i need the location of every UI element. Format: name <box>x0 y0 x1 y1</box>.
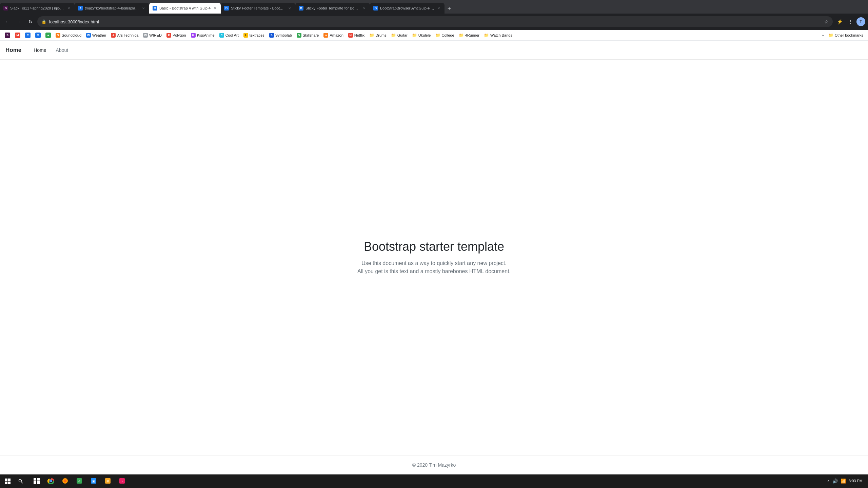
taskbar-time[interactable]: 3:03 PM <box>849 479 863 484</box>
nav-brand[interactable]: Home <box>5 47 21 54</box>
bookmark-bk-college-folder[interactable]: 📁College <box>433 32 456 39</box>
bookmark-bk-drums-folder[interactable]: 📁Drums <box>367 32 388 39</box>
tab-close-icon[interactable]: ✕ <box>287 6 292 11</box>
bookmark-label: College <box>441 33 454 37</box>
bookmark-bk-soundcloud[interactable]: SSoundcloud <box>54 32 83 39</box>
browser-tab-tab6[interactable]: B BootStrapBrowserSyncGulp-Hom... ✕ <box>370 3 445 14</box>
bookmark-favicon: C <box>219 33 224 38</box>
svg-rect-7 <box>37 478 40 481</box>
back-button[interactable]: ← <box>3 17 12 26</box>
taskbar-volume-icon[interactable]: 🔊 <box>832 479 838 484</box>
browser-tab-tab3[interactable]: B Basic - Bootstrap 4 with Gulp 4 ✕ <box>149 3 221 14</box>
bookmark-label: Netflix <box>354 33 365 37</box>
taskbar-tray: ∧ 🔊 📶 3:03 PM <box>824 479 865 484</box>
svg-rect-0 <box>5 479 7 481</box>
bookmark-favicon: K <box>191 33 196 38</box>
forward-button[interactable]: → <box>14 17 24 26</box>
bookmark-bk-kissanime[interactable]: KKissAnime <box>189 32 217 39</box>
browser-menu-button[interactable]: ⋮ <box>846 17 855 26</box>
bookmark-label: Polygon <box>173 33 186 37</box>
bookmark-bk-coolart[interactable]: CCool Art <box>217 32 241 39</box>
bookmark-bk-guitar-folder[interactable]: 📁Guitar <box>389 32 410 39</box>
tab-close-icon[interactable]: ✕ <box>66 6 71 11</box>
tab-close-icon[interactable]: ✕ <box>436 6 441 11</box>
nav-link-nav-about[interactable]: About <box>52 45 73 56</box>
page-content: Home HomeAbout Bootstrap starter templat… <box>0 41 868 474</box>
bookmark-bk-cal[interactable]: C <box>23 32 33 39</box>
bookmark-bk-slack[interactable]: S <box>3 32 12 39</box>
tab-favicon: B <box>373 6 378 11</box>
taskbar-app-unknown4[interactable]: ♪ <box>115 474 129 488</box>
svg-rect-1 <box>8 479 11 481</box>
url-bar[interactable]: 🔒 localhost:3000/index.html ☆ <box>37 16 833 27</box>
bookmark-favicon: C <box>25 33 31 38</box>
bookmark-bk-wired[interactable]: WWIRED <box>141 32 164 39</box>
bookmark-bk-ukulele-folder[interactable]: 📁Ukulele <box>410 32 433 39</box>
svg-point-11 <box>50 480 52 482</box>
browser-tab-tab4[interactable]: B Sticky Footer Template - Bootstra... ✕ <box>221 3 295 14</box>
taskbar-app-windows[interactable] <box>30 474 43 488</box>
bookmark-bk-amazon[interactable]: aAmazon <box>321 32 345 39</box>
taskbar-network-icon[interactable]: 📶 <box>841 479 846 484</box>
taskbar-app-unknown2[interactable]: ▣ <box>87 474 100 488</box>
new-tab-button[interactable]: + <box>445 4 454 14</box>
bookmark-bk-textfaces[interactable]: ttextfaces <box>241 32 267 39</box>
bookmark-bk-skillshare[interactable]: SSkillshare <box>295 32 321 39</box>
nav-links: HomeAbout <box>29 45 72 56</box>
taskbar-app-unknown1[interactable]: ✓ <box>73 474 86 488</box>
taskbar: ✓ ▣ ⊞ ♪ ∧ 🔊 📶 3:03 PM <box>0 474 868 488</box>
bookmark-bk-other-folder[interactable]: 📁Other bookmarks <box>827 32 865 39</box>
page-footer: © 2020 Tim Mazyrko <box>0 455 868 474</box>
bookmark-label: KissAnime <box>197 33 215 37</box>
hero-title: Bootstrap starter template <box>364 240 504 254</box>
bookmark-bk-symbolab[interactable]: SSymbolab <box>267 32 294 39</box>
bookmark-bk-netflix[interactable]: NNetflix <box>346 32 367 39</box>
browser-tab-tab1[interactable]: S Slack | is117-spring2020 | njit-wis...… <box>0 3 75 14</box>
bookmarks-more-button[interactable]: » <box>820 32 826 38</box>
taskbar-app-firefox[interactable] <box>58 474 72 488</box>
bookmark-bk-watchbands-folder[interactable]: 📁Watch Bands <box>482 32 514 39</box>
tab-favicon: t <box>78 6 83 11</box>
bookmark-favicon: S <box>297 33 301 38</box>
bookmark-bk-ars[interactable]: AArs Technica <box>109 32 140 39</box>
tab-title: Basic - Bootstrap 4 with Gulp 4 <box>159 6 211 10</box>
tab-favicon: B <box>299 6 303 11</box>
bookmark-bk-chrome[interactable]: ● <box>43 32 53 39</box>
reload-button[interactable]: ↻ <box>26 17 35 26</box>
bookmark-favicon: S <box>5 33 10 38</box>
tab-close-icon[interactable]: ✕ <box>362 6 367 11</box>
bookmark-favicon: S <box>56 33 60 38</box>
bookmark-bk-weather[interactable]: WWeather <box>84 32 108 39</box>
folder-icon: 📁 <box>391 33 396 38</box>
svg-text:✓: ✓ <box>78 479 81 483</box>
bookmark-bk-4runner-folder[interactable]: 📁4Runner <box>457 32 481 39</box>
bookmark-bk-polygon[interactable]: PPolygon <box>164 32 188 39</box>
extensions-button[interactable]: ⚡ <box>835 17 844 26</box>
hero-subtitle-line2: All you get is this text and a mostly ba… <box>357 267 511 276</box>
tab-close-icon[interactable]: ✕ <box>213 6 217 11</box>
tab-favicon: B <box>153 6 157 11</box>
nav-link-nav-home[interactable]: Home <box>29 45 50 56</box>
browser-tab-tab5[interactable]: B Sticky Footer Template for Boots... ✕ <box>295 3 370 14</box>
tab-title: Sticky Footer Template for Boots... <box>305 6 360 10</box>
bookmark-favicon: N <box>348 33 353 38</box>
folder-icon: 📁 <box>435 33 440 38</box>
bookmark-favicon: P <box>166 33 171 38</box>
profile-button[interactable]: T <box>856 17 865 26</box>
bookmark-bk-outlook[interactable]: O <box>33 32 43 39</box>
svg-point-13 <box>64 480 66 482</box>
bookmark-bk-gmail[interactable]: M <box>13 32 22 39</box>
taskbar-app-chrome[interactable] <box>44 474 58 488</box>
start-button[interactable] <box>3 476 13 486</box>
hero-subtitle-line1: Use this document as a way to quickly st… <box>361 259 507 267</box>
taskbar-app-unknown3[interactable]: ⊞ <box>101 474 115 488</box>
bookmark-favicon: a <box>323 33 328 38</box>
bookmark-star-icon[interactable]: ☆ <box>824 19 829 24</box>
browser-tab-tab2[interactable]: t tmazyrko/bootstrap-4-boilerplat... ✕ <box>75 3 149 14</box>
svg-text:⊞: ⊞ <box>106 480 109 483</box>
taskbar-search[interactable] <box>16 476 26 486</box>
bookmark-favicon: S <box>269 33 274 38</box>
tab-close-icon[interactable]: ✕ <box>141 6 146 11</box>
svg-line-5 <box>21 482 23 484</box>
tab-bar: S Slack | is117-spring2020 | njit-wis...… <box>0 0 868 14</box>
